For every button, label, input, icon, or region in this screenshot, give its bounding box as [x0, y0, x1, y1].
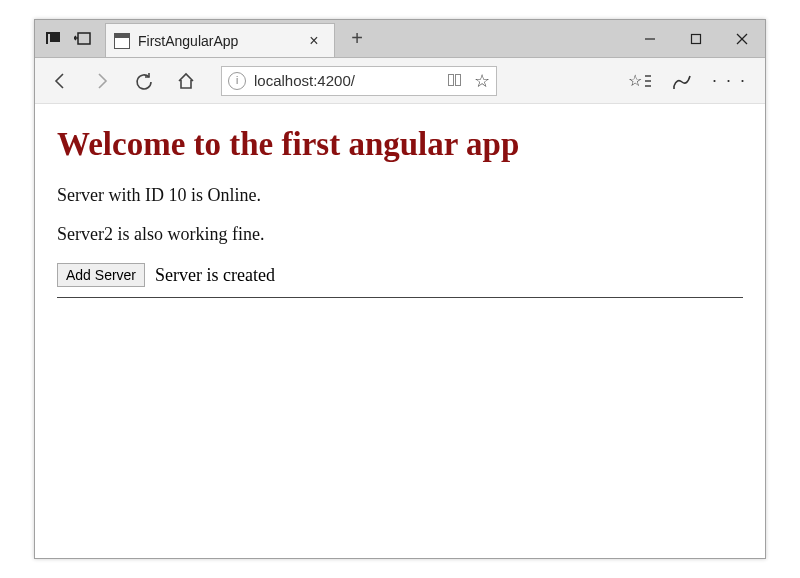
server-status-2: Server2 is also working fine.: [57, 224, 743, 245]
server-status-1: Server with ID 10 is Online.: [57, 185, 743, 206]
reading-view-icon[interactable]: [448, 74, 464, 88]
url-text: localhost:4200/: [254, 72, 440, 89]
titlebar-left: [35, 20, 97, 57]
favorite-star-icon[interactable]: ☆: [474, 70, 490, 92]
settings-more-icon[interactable]: · · ·: [712, 70, 747, 91]
back-button[interactable]: [47, 68, 73, 94]
page-heading: Welcome to the first angular app: [57, 126, 743, 163]
browser-window: FirstAngularApp × +: [34, 19, 766, 559]
toolbar-right: ☆ · · ·: [628, 70, 753, 91]
browser-tab[interactable]: FirstAngularApp ×: [105, 23, 335, 57]
tabs-aside-icon[interactable]: [41, 20, 69, 58]
tab-title: FirstAngularApp: [138, 33, 296, 49]
minimize-button[interactable]: [627, 20, 673, 57]
web-note-icon[interactable]: [672, 72, 692, 90]
maximize-button[interactable]: [673, 20, 719, 57]
addressbar-actions: ☆: [448, 70, 490, 92]
home-button[interactable]: [173, 68, 199, 94]
tab-close-button[interactable]: ×: [304, 32, 324, 50]
favorites-hub-icon[interactable]: ☆: [628, 71, 652, 90]
page-favicon: [114, 33, 130, 49]
svg-rect-3: [78, 33, 90, 44]
titlebar: FirstAngularApp × +: [35, 20, 765, 58]
address-bar[interactable]: i localhost:4200/ ☆: [221, 66, 497, 96]
server-created-text: Server is created: [155, 265, 275, 286]
svg-rect-5: [692, 34, 701, 43]
close-window-button[interactable]: [719, 20, 765, 57]
refresh-button[interactable]: [131, 68, 157, 94]
page-viewport: Welcome to the first angular app Server …: [35, 104, 765, 558]
set-aside-icon[interactable]: [69, 20, 97, 58]
new-tab-button[interactable]: +: [335, 20, 379, 57]
add-server-button[interactable]: Add Server: [57, 263, 145, 287]
toolbar: i localhost:4200/ ☆ ☆ · · ·: [35, 58, 765, 104]
site-info-icon[interactable]: i: [228, 72, 246, 90]
add-server-row: Add Server Server is created: [57, 263, 743, 287]
svg-rect-2: [50, 32, 60, 42]
titlebar-spacer: [379, 20, 627, 57]
forward-button[interactable]: [89, 68, 115, 94]
divider: [57, 297, 743, 298]
window-controls: [627, 20, 765, 57]
